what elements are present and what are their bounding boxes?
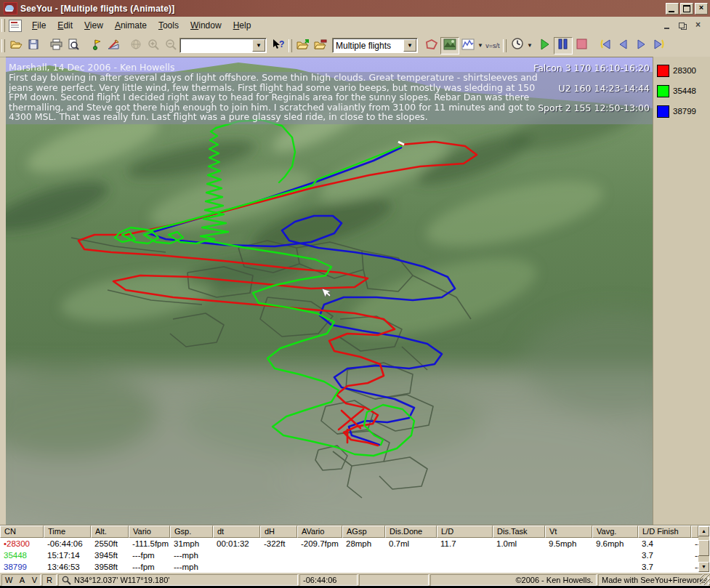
pan-button[interactable] [127, 37, 145, 55]
scroll-thumb[interactable] [698, 540, 709, 556]
play-button[interactable] [536, 37, 554, 55]
terrain-and-tracks [6, 57, 653, 525]
legend-flight-id: 28300 [673, 66, 696, 75]
pause-button[interactable] [554, 37, 573, 55]
view-3d-button[interactable] [440, 37, 459, 55]
graph-icon [461, 39, 475, 53]
context-help-button[interactable]: ? [270, 37, 287, 55]
column-header-alt-[interactable]: Alt. [91, 525, 129, 538]
mdi-minimize-button[interactable] [663, 22, 672, 30]
mdi-restore-button[interactable] [678, 22, 687, 30]
flight-row-28300[interactable]: •28300-06:44:062550ft-111.5fpm31mph00:01… [0, 538, 710, 549]
flight-legend-panel: 283003544838799 [653, 57, 710, 525]
map-legend-label: Falcon 3 170 16:10-16:20 [533, 63, 650, 83]
add-flight-button[interactable] [294, 37, 312, 55]
menu-item-edit[interactable]: Edit [52, 18, 78, 33]
status-bar: WAV R N34°12.037' W117°19.180' -06:44:06… [0, 573, 710, 586]
title-bar[interactable]: SeeYou - [Multiple flights (Animate)] × [0, 0, 710, 17]
zoom-combobox-dropdown[interactable]: ▼ [252, 39, 265, 52]
document-icon[interactable] [9, 20, 22, 32]
folder-remove-icon [314, 39, 327, 53]
route-view-button[interactable] [423, 37, 440, 55]
speed-button[interactable]: v=s/t [484, 37, 501, 55]
menu-item-tools[interactable]: Tools [153, 18, 185, 33]
zoom-combobox[interactable]: ▼ [179, 38, 267, 53]
resize-grip[interactable] [700, 574, 710, 585]
column-header-l-d-finish[interactable]: L/D Finish [638, 525, 691, 538]
legend-entry[interactable]: 38799 [653, 101, 710, 121]
grid-header-row: CNTimeAlt.VarioGsp.dtdHAVarioAGspDis.Don… [0, 525, 710, 538]
column-header-dis-done[interactable]: Dis.Done [385, 525, 437, 538]
map-3d-view[interactable]: Marshall, 14 Dec 2006 - Ken Howells Firs… [6, 57, 653, 525]
flight-row-38799[interactable]: 3879913:46:533958ft---fpm---mph3.7-- [0, 561, 710, 573]
task-edit-icon [108, 39, 120, 53]
cell-vt: 9.5mph [545, 539, 592, 548]
cell-l-d-finish: 3.7 [638, 551, 691, 560]
mdi-close-button[interactable]: × [693, 22, 703, 30]
column-header-vavg-[interactable]: Vavg. [592, 525, 638, 538]
scroll-down-icon[interactable]: ▼ [698, 562, 709, 572]
column-header-dt[interactable]: dt [213, 525, 260, 538]
column-header-overflow[interactable] [691, 525, 698, 538]
statusbar-copyright: ©2006 - Ken Howells. [430, 574, 597, 586]
time-dropdown-caret[interactable]: ▼ [526, 42, 533, 49]
cell-gsp-: 31mph [170, 539, 213, 548]
menu-item-help[interactable]: Help [227, 18, 257, 33]
column-header-vt[interactable]: Vt [545, 525, 592, 538]
cell-dis-task: 1.0ml [493, 539, 545, 548]
zoom-out-button[interactable] [162, 37, 179, 55]
menu-item-file[interactable]: File [26, 18, 52, 33]
zoom-in-button[interactable] [145, 37, 162, 55]
stop-button[interactable] [573, 37, 590, 55]
column-header-vario[interactable]: Vario [129, 525, 170, 538]
column-header-dh[interactable]: dH [260, 525, 297, 538]
column-header-dis-task[interactable]: Dis.Task [493, 525, 545, 538]
last-fix-button[interactable] [650, 37, 667, 55]
column-header-cn[interactable]: CN [0, 525, 44, 538]
graph-view-button[interactable] [459, 37, 477, 55]
graph-dropdown-caret[interactable]: ▼ [477, 42, 484, 49]
grid-scrollbar[interactable]: ▲ ▼ [698, 526, 709, 572]
legend-entry[interactable]: 35448 [653, 81, 710, 101]
close-button[interactable]: × [695, 3, 708, 15]
flight-combobox-value: Multiple flights [336, 41, 391, 51]
first-fix-button[interactable] [597, 37, 615, 55]
cell-vario: ---fpm [129, 551, 170, 560]
column-header-avario[interactable]: AVario [297, 525, 342, 538]
print-button[interactable] [47, 37, 65, 55]
toolbar-grip-3[interactable] [503, 39, 507, 52]
flight-combobox-dropdown[interactable]: ▼ [403, 39, 416, 52]
toolbar-grip[interactable] [1, 39, 5, 52]
previous-fix-button[interactable] [615, 37, 632, 55]
remove-flight-button[interactable] [312, 37, 329, 55]
cell-alt-: 2550ft [91, 539, 129, 548]
waypoint-button[interactable] [87, 37, 105, 55]
minimize-button[interactable] [666, 3, 679, 15]
skip-to-end-icon [652, 39, 665, 53]
open-button[interactable] [7, 37, 25, 55]
maximize-button[interactable] [680, 3, 693, 15]
time-button[interactable] [509, 37, 526, 55]
column-header-l-d[interactable]: L/D [437, 525, 493, 538]
flight-combobox[interactable]: Multiple flights ▼ [332, 38, 418, 53]
scroll-up-icon[interactable]: ▲ [698, 526, 709, 536]
menu-item-view[interactable]: View [78, 18, 109, 33]
column-header-time[interactable]: Time [44, 525, 91, 538]
statusbar-coords-panel: N34°12.037' W117°19.180' [58, 574, 298, 586]
save-button[interactable] [25, 37, 42, 55]
column-header-agsp[interactable]: AGsp [342, 525, 385, 538]
column-header-gsp-[interactable]: Gsp. [170, 525, 213, 538]
menu-grip[interactable] [1, 19, 5, 32]
magnifier-icon [62, 576, 71, 585]
next-fix-button[interactable] [632, 37, 650, 55]
menu-item-window[interactable]: Window [185, 18, 227, 33]
app-icon[interactable] [4, 2, 17, 15]
legend-entry[interactable]: 28300 [653, 60, 710, 81]
flight-row-35448[interactable]: 3544815:17:143945ft---fpm---mph3.7-- [0, 549, 710, 561]
toolbar-grip-2[interactable] [289, 39, 292, 52]
seeyou-window: { "window": { "title": "SeeYou - [Multip… [0, 0, 710, 588]
print-preview-button[interactable] [65, 37, 82, 55]
menu-item-animate[interactable]: Animate [109, 18, 153, 33]
task-button[interactable] [105, 37, 122, 55]
map-legend-labels: Falcon 3 170 16:10-16:20U2 160 14:23-14:… [533, 63, 650, 123]
